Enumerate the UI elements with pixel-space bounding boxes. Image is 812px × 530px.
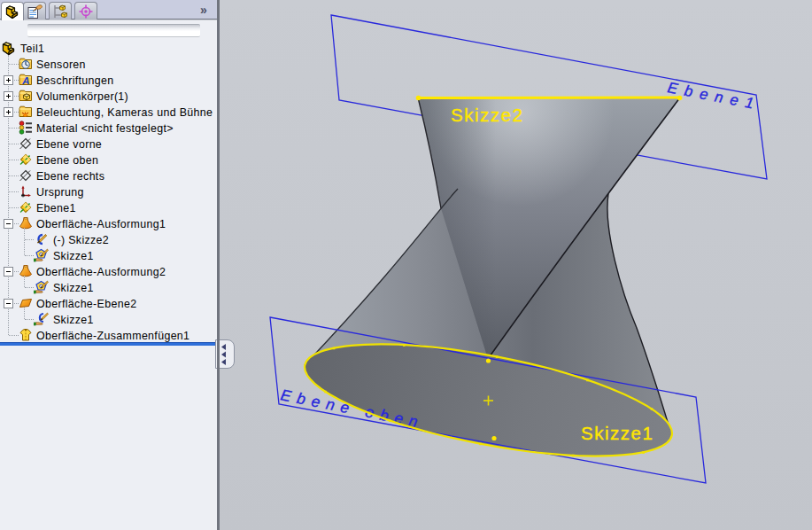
svg-text:Skizze1: Skizze1	[581, 423, 653, 443]
svg-text:Skizze2: Skizze2	[451, 105, 523, 125]
svg-text:A: A	[21, 75, 30, 86]
